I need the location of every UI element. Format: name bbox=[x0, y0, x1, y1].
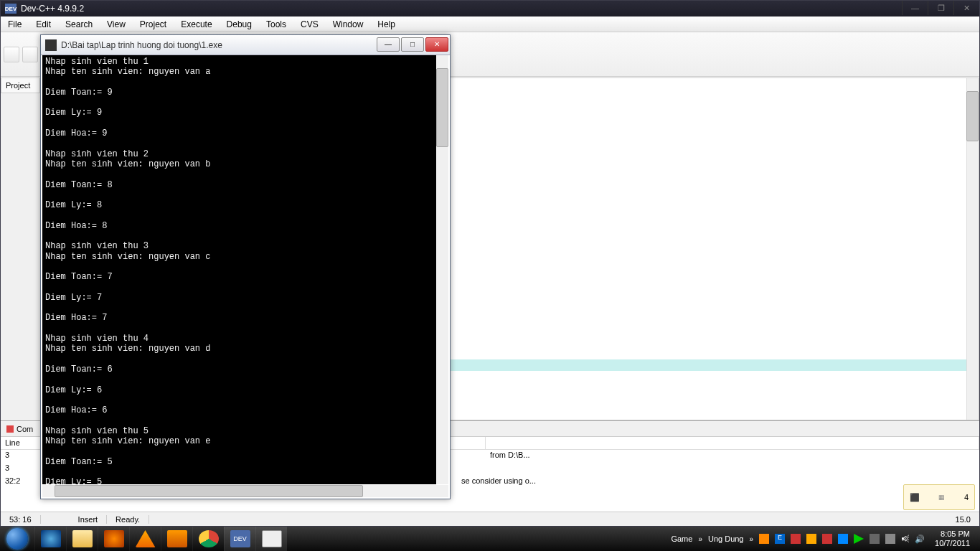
chevron-icon: » bbox=[750, 535, 754, 543]
cell-line: 32:2 bbox=[1, 476, 41, 489]
titlebar[interactable]: DEV Dev-C++ 4.9.9.2 — ❐ ✕ bbox=[1, 1, 979, 17]
console-maximize-button[interactable]: □ bbox=[401, 37, 424, 52]
status-position: 53: 16 bbox=[1, 515, 41, 524]
menubar: File Edit Search View Project Execute De… bbox=[1, 17, 979, 32]
menu-project[interactable]: Project bbox=[133, 19, 174, 29]
statusbar: 53: 16 Insert Ready. 15.0 bbox=[1, 512, 979, 526]
tray-icon[interactable] bbox=[791, 534, 801, 544]
pinned-apps: DEV bbox=[34, 527, 287, 551]
taskbar-explorer[interactable] bbox=[66, 527, 98, 551]
console-titlebar[interactable]: D:\Bai tap\Lap trinh huong doi tuong\1.e… bbox=[41, 35, 450, 55]
tray-label-ungdung[interactable]: Ung Dung bbox=[708, 534, 744, 543]
cell-line: 3 bbox=[1, 463, 41, 476]
indicator-left-icon: ⬛ bbox=[910, 493, 920, 502]
tray-icon[interactable] bbox=[806, 534, 816, 544]
clock-time: 8:05 PM bbox=[935, 529, 970, 539]
indicator-count: 4 bbox=[964, 493, 969, 501]
toolbar-button[interactable] bbox=[4, 47, 19, 62]
tray-icon[interactable] bbox=[885, 534, 895, 544]
menu-tools[interactable]: Tools bbox=[259, 19, 293, 29]
tray-icon[interactable] bbox=[759, 534, 769, 544]
tray-label-game[interactable]: Game bbox=[671, 534, 692, 543]
console-title: D:\Bai tap\Lap trinh huong doi tuong\1.e… bbox=[61, 40, 375, 50]
menu-file[interactable]: File bbox=[1, 19, 29, 29]
tray-icon[interactable] bbox=[838, 534, 848, 544]
col-message[interactable] bbox=[486, 437, 979, 449]
scrollbar-thumb[interactable] bbox=[966, 91, 979, 141]
taskbar-firefox[interactable] bbox=[98, 527, 129, 551]
tray-volume-icon[interactable]: 🔊 bbox=[915, 534, 925, 544]
compiler-tab-label: Com bbox=[17, 425, 33, 433]
app-icon: DEV bbox=[5, 4, 17, 14]
col-line[interactable]: Line bbox=[1, 437, 41, 449]
chevron-icon: » bbox=[698, 535, 702, 543]
status-state: Ready. bbox=[107, 515, 149, 524]
cell-msg bbox=[486, 463, 979, 476]
tray-icon[interactable] bbox=[870, 534, 880, 544]
taskbar-mediaplayer[interactable] bbox=[161, 527, 192, 551]
windows-orb-icon bbox=[6, 528, 28, 550]
menu-window[interactable]: Window bbox=[326, 19, 371, 29]
editor-scrollbar-vertical[interactable] bbox=[966, 78, 979, 420]
console-window[interactable]: D:\Bai tap\Lap trinh huong doi tuong\1.e… bbox=[40, 34, 451, 499]
project-tab[interactable]: Project bbox=[1, 77, 40, 93]
scrollbar-thumb[interactable] bbox=[436, 68, 448, 147]
console-output[interactable]: Nhap sinh vien thu 1 Nhap ten sinh vien:… bbox=[42, 55, 448, 484]
console-scrollbar-vertical[interactable] bbox=[436, 55, 448, 484]
console-minimize-button[interactable]: — bbox=[377, 37, 400, 52]
console-icon bbox=[45, 39, 57, 51]
console-scrollbar-horizontal[interactable] bbox=[42, 485, 448, 497]
status-right: 15.0 bbox=[947, 515, 979, 524]
console-close-button[interactable]: ✕ bbox=[425, 37, 448, 52]
project-panel: Project bbox=[1, 77, 41, 420]
minimize-button[interactable]: — bbox=[902, 1, 928, 15]
menu-cvs[interactable]: CVS bbox=[293, 19, 326, 29]
status-mode: Insert bbox=[70, 515, 108, 524]
tray-icon[interactable]: E bbox=[775, 534, 785, 544]
taskbar-console[interactable] bbox=[255, 527, 287, 551]
cell-msg: se consider using o... bbox=[457, 476, 979, 489]
indicator-box[interactable]: ⬛ ▦ 4 bbox=[903, 484, 975, 510]
menu-view[interactable]: View bbox=[100, 19, 133, 29]
menu-edit[interactable]: Edit bbox=[29, 19, 58, 29]
menu-execute[interactable]: Execute bbox=[174, 19, 219, 29]
taskbar: DEV Game» Ung Dung» E 🕬 🔊 8:05 PM 10/7/2… bbox=[0, 527, 980, 551]
tray-icon[interactable] bbox=[822, 534, 832, 544]
cell-line: 3 bbox=[1, 450, 41, 463]
taskbar-devcpp[interactable]: DEV bbox=[224, 527, 255, 551]
maximize-button[interactable]: ❐ bbox=[928, 1, 953, 15]
close-button[interactable]: ✕ bbox=[953, 1, 979, 15]
tray-icon[interactable] bbox=[854, 534, 864, 544]
menu-help[interactable]: Help bbox=[370, 19, 402, 29]
taskbar-vlc[interactable] bbox=[129, 527, 161, 551]
taskbar-clock[interactable]: 8:05 PM 10/7/2011 bbox=[930, 529, 974, 548]
toolbar-button[interactable] bbox=[22, 47, 38, 62]
cell-msg: from D:\B... bbox=[486, 450, 979, 463]
start-button[interactable] bbox=[0, 527, 34, 551]
menu-debug[interactable]: Debug bbox=[220, 19, 259, 29]
menu-search[interactable]: Search bbox=[58, 19, 100, 29]
window-title: Dev-C++ 4.9.9.2 bbox=[21, 4, 902, 14]
tray-flag-icon[interactable]: 🕬 bbox=[901, 534, 909, 543]
scrollbar-thumb[interactable] bbox=[55, 485, 363, 497]
taskbar-ie[interactable] bbox=[34, 527, 66, 551]
taskbar-chrome[interactable] bbox=[192, 527, 224, 551]
system-tray: Game» Ung Dung» E 🕬 🔊 8:05 PM 10/7/2011 bbox=[671, 527, 980, 551]
clock-date: 10/7/2011 bbox=[935, 539, 970, 548]
compiler-tab[interactable]: Com bbox=[1, 425, 39, 433]
